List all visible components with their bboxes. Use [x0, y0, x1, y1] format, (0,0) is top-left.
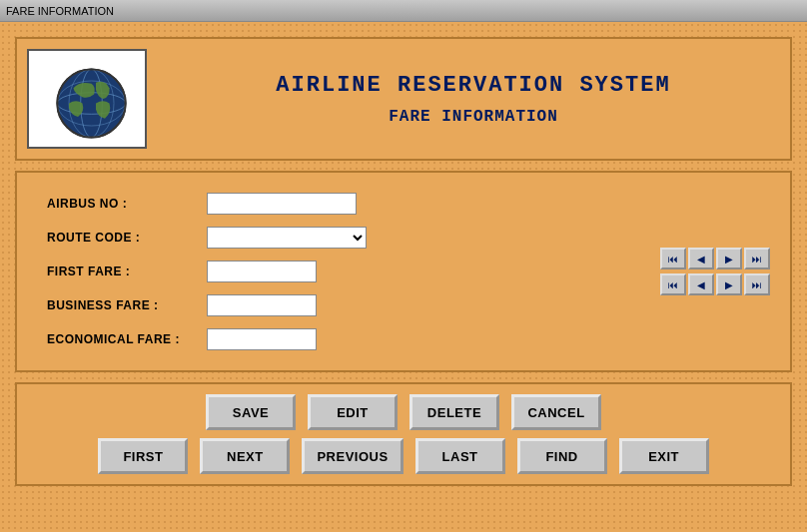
action-btn-row: SAVE EDIT DELETE CANCEL — [206, 394, 601, 430]
button-panel: SAVE EDIT DELETE CANCEL FIRST NEXT PREVI… — [15, 382, 792, 486]
app-title: AIRLINE RESERVATION SYSTEM — [276, 73, 670, 98]
route-row: ROUTE CODE : — [47, 227, 760, 249]
next-button[interactable]: NEXT — [200, 438, 290, 474]
route-label: ROUTE CODE : — [47, 231, 207, 245]
economical-fare-label: ECONOMICAL FARE : — [47, 332, 207, 346]
nav-prev2-btn[interactable]: ◀ — [688, 273, 714, 295]
nav-first-btn[interactable]: ⏮ — [660, 248, 686, 269]
first-fare-row: FIRST FARE : — [47, 261, 760, 282]
economical-fare-input[interactable] — [207, 328, 317, 350]
find-button[interactable]: FIND — [517, 438, 607, 474]
nav-last2-btn[interactable]: ⏭ — [744, 273, 770, 295]
exit-button[interactable]: EXIT — [619, 438, 709, 474]
nav-prev-btn[interactable]: ◀ — [688, 248, 714, 269]
globe-icon — [42, 54, 132, 144]
route-select[interactable] — [207, 227, 367, 249]
economical-fare-row: ECONOMICAL FARE : — [47, 328, 760, 350]
edit-button[interactable]: EDIT — [308, 394, 398, 430]
business-fare-label: BUSINESS FARE : — [47, 298, 207, 312]
section-title: FARE INFORMATION — [389, 108, 558, 126]
title-bar: FARE INFORMATION — [0, 0, 807, 22]
first-fare-label: FIRST FARE : — [47, 265, 207, 278]
logo-box — [27, 49, 147, 149]
nav-row-2: ⏮ ◀ ▶ ⏭ — [660, 273, 770, 295]
nav-next-btn[interactable]: ▶ — [716, 248, 742, 269]
header-panel: AIRLINE RESERVATION SYSTEM FARE INFORMAT… — [15, 37, 792, 161]
nav-next2-btn[interactable]: ▶ — [716, 273, 742, 295]
form-panel: AIRBUS NO : ROUTE CODE : FIRST FARE : BU… — [15, 171, 792, 372]
first-fare-input[interactable] — [207, 261, 317, 282]
nav-row-1: ⏮ ◀ ▶ ⏭ — [660, 248, 770, 269]
save-button[interactable]: SAVE — [206, 394, 296, 430]
record-nav-buttons: ⏮ ◀ ▶ ⏭ ⏮ ◀ ▶ ⏭ — [660, 248, 770, 295]
nav-btn-row: FIRST NEXT PREVIOUS LAST FIND EXIT — [98, 438, 708, 474]
last-button[interactable]: LAST — [415, 438, 505, 474]
main-container: AIRLINE RESERVATION SYSTEM FARE INFORMAT… — [0, 22, 807, 532]
airbus-label: AIRBUS NO : — [47, 197, 207, 211]
nav-first2-btn[interactable]: ⏮ — [660, 273, 686, 295]
airbus-row: AIRBUS NO : — [47, 193, 760, 215]
previous-button[interactable]: PREVIOUS — [302, 438, 403, 474]
nav-last-btn[interactable]: ⏭ — [744, 248, 770, 269]
delete-button[interactable]: DELETE — [409, 394, 499, 430]
first-button[interactable]: FIRST — [98, 438, 188, 474]
business-fare-input[interactable] — [207, 294, 317, 316]
title-bar-text: FARE INFORMATION — [6, 5, 114, 17]
header-text: AIRLINE RESERVATION SYSTEM FARE INFORMAT… — [167, 73, 780, 126]
airbus-input[interactable] — [207, 193, 357, 215]
business-fare-row: BUSINESS FARE : — [47, 294, 760, 316]
cancel-button[interactable]: CANCEL — [511, 394, 601, 430]
